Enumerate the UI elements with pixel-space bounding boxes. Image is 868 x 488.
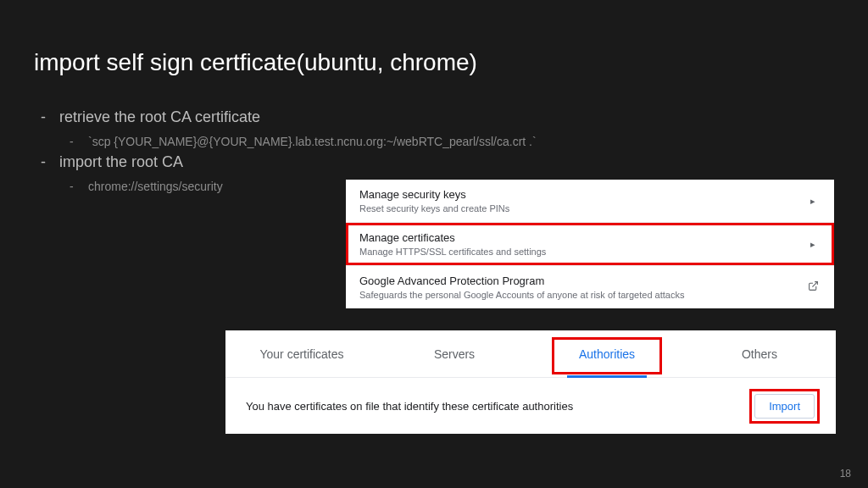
authorities-description: You have certificates on file that ident…	[246, 400, 754, 413]
bullet-scp-command: `scp {YOUR_NAME}@{YOUR_NAME}.lab.test.nc…	[41, 135, 537, 148]
row-advanced-protection[interactable]: Google Advanced Protection Program Safeg…	[346, 265, 834, 308]
tab-others[interactable]: Others	[683, 330, 836, 378]
import-button[interactable]: Import	[754, 394, 815, 419]
tab-your-certificates[interactable]: Your certificates	[225, 330, 378, 378]
bullet-retrieve-ca: retrieve the root CA certificate	[41, 108, 537, 126]
row-subtitle: Reset security keys and create PINs	[359, 203, 805, 214]
active-tab-underline	[567, 375, 647, 378]
chevron-right-icon: ▸	[805, 196, 821, 207]
row-manage-certificates[interactable]: Manage certificates Manage HTTPS/SSL cer…	[346, 222, 834, 265]
screenshot-security-settings: Manage security keys Reset security keys…	[346, 180, 834, 308]
row-subtitle: Manage HTTPS/SSL certificates and settin…	[359, 247, 805, 257]
chevron-right-icon: ▸	[805, 239, 821, 250]
row-title: Manage security keys	[359, 188, 805, 201]
svg-line-0	[812, 282, 817, 287]
row-title: Google Advanced Protection Program	[359, 274, 805, 287]
tab-authorities[interactable]: Authorities	[531, 330, 683, 378]
row-subtitle: Safeguards the personal Google Accounts …	[359, 290, 805, 300]
screenshot-certificate-manager: Your certificates Servers Authorities Ot…	[225, 330, 836, 434]
import-highlight-box: Import	[754, 393, 815, 419]
certificate-tabs: Your certificates Servers Authorities Ot…	[225, 330, 836, 378]
row-title: Manage certificates	[359, 231, 805, 244]
external-link-icon	[805, 280, 821, 294]
tab-servers[interactable]: Servers	[378, 330, 531, 378]
page-number: 18	[840, 468, 851, 480]
bullet-import-ca: import the root CA	[41, 153, 537, 171]
slide-title: import self sign certficate(ubuntu, chro…	[34, 49, 477, 76]
tab-label: Authorities	[579, 347, 635, 361]
row-manage-security-keys[interactable]: Manage security keys Reset security keys…	[346, 180, 834, 222]
